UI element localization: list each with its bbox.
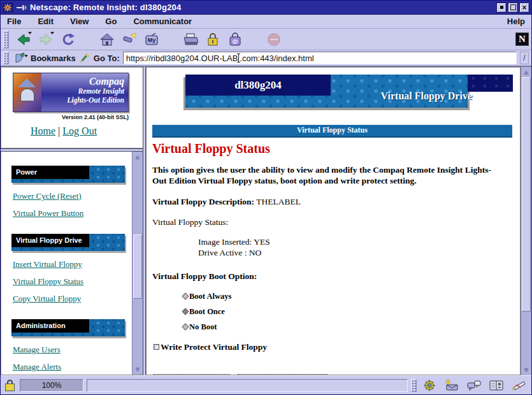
sidebar-link-virtual-floppy-status[interactable]: Virtual Floppy Status bbox=[13, 276, 129, 287]
radio-label-no-boot: No Boot bbox=[189, 322, 217, 332]
svg-text:My: My bbox=[147, 37, 155, 43]
main-frame: dl380g204 Virtual Floppy Drive Virtual F… bbox=[146, 67, 531, 375]
location-resize-handle[interactable]: / bbox=[520, 52, 529, 64]
sidebar-nav-frame: Power Power Cycle (Reset) Virtual Power … bbox=[1, 152, 143, 375]
security-button[interactable] bbox=[202, 31, 223, 48]
description-value: THELABEL bbox=[256, 197, 301, 206]
forward-dropdown-icon bbox=[50, 32, 54, 34]
netscape-logo[interactable]: N bbox=[515, 32, 529, 46]
navigator-component-button[interactable] bbox=[420, 378, 439, 392]
progress-indicator: 100% bbox=[20, 379, 83, 392]
reload-button[interactable] bbox=[57, 31, 78, 48]
url-input[interactable]: https://ribdl380g204.OUR-LAB .com:443/in… bbox=[123, 52, 517, 64]
window-title: Netscape: Remote Insight: dl380g204 bbox=[30, 3, 493, 12]
bookmarks-label[interactable]: Bookmarks bbox=[31, 54, 76, 63]
menu-help[interactable]: Help bbox=[507, 17, 525, 26]
window-titlebar[interactable]: Netscape: Remote Insight: dl380g204 × bbox=[1, 1, 531, 15]
server-name: dl380g204 bbox=[185, 75, 331, 96]
address-book-icon bbox=[489, 379, 504, 392]
back-button[interactable] bbox=[13, 31, 34, 48]
goto-label: Go To: bbox=[94, 54, 120, 63]
scroll-up-icon[interactable]: ▲ bbox=[521, 68, 531, 77]
window-pin-icon[interactable] bbox=[17, 4, 27, 11]
home-link[interactable]: Home bbox=[31, 126, 55, 136]
inbox-icon bbox=[444, 379, 459, 392]
scroll-up-icon[interactable]: ▲ bbox=[133, 152, 143, 162]
menu-bar: File Edit View Go Communicator Help bbox=[1, 15, 531, 29]
compaq-logo-art-icon bbox=[13, 73, 41, 111]
write-protect-label: Write Protect Virtual Floppy bbox=[161, 342, 267, 352]
scroll-down-icon[interactable]: ▼ bbox=[133, 364, 143, 374]
sidebar-link-copy-virtual-floppy[interactable]: Copy Virtual Floppy bbox=[13, 294, 129, 304]
browser-content: Compaq Remote Insight Lights-Out Edition… bbox=[1, 67, 531, 375]
sidebar-link-virtual-power-button[interactable]: Virtual Power Button bbox=[13, 208, 129, 219]
search-flashlight-icon bbox=[122, 32, 137, 47]
radio-boot-once[interactable] bbox=[182, 308, 189, 315]
url-text-before-caret: https://ribdl380g204.OUR-LAB bbox=[126, 54, 238, 63]
page-heading: Virtual Floppy Status bbox=[152, 141, 505, 156]
location-bar-grip[interactable] bbox=[3, 52, 9, 64]
minimize-icon bbox=[500, 6, 503, 9]
menu-communicator[interactable]: Communicator bbox=[133, 17, 192, 26]
my-netscape-button[interactable]: My bbox=[141, 31, 162, 48]
location-quill-icon[interactable] bbox=[79, 52, 90, 64]
banner-corner bbox=[468, 75, 513, 92]
close-button[interactable]: × bbox=[519, 3, 529, 13]
toolbar-grip[interactable] bbox=[3, 31, 9, 48]
home-button[interactable] bbox=[96, 31, 117, 48]
search-button[interactable] bbox=[119, 31, 140, 48]
back-arrow-icon bbox=[16, 32, 31, 47]
maximize-icon bbox=[510, 4, 516, 10]
menu-view[interactable]: View bbox=[70, 17, 89, 26]
discussions-icon bbox=[466, 379, 482, 392]
status-label: Virtual Floppy Status: bbox=[152, 217, 505, 227]
minimize-button[interactable] bbox=[496, 3, 507, 13]
composer-icon bbox=[511, 379, 526, 392]
text-caret bbox=[238, 54, 239, 62]
section-title: Virtual Floppy Drive bbox=[11, 234, 89, 247]
radio-boot-always[interactable] bbox=[182, 293, 189, 300]
sidebar-link-insert-virtual-floppy[interactable]: Insert Virtual Floppy bbox=[13, 259, 129, 269]
svg-text:@: @ bbox=[232, 38, 238, 45]
sidebar-scrollbar-thumb[interactable] bbox=[133, 234, 142, 299]
sidebar-logo-frame: Compaq Remote Insight Lights-Out Edition… bbox=[1, 67, 143, 148]
menu-go[interactable]: Go bbox=[105, 17, 117, 26]
intro-paragraph: This option gives the user the ability t… bbox=[152, 165, 505, 187]
bookmarks-icon[interactable] bbox=[15, 52, 27, 64]
sidebar-link-power-cycle[interactable]: Power Cycle (Reset) bbox=[13, 191, 129, 201]
url-text-after-caret: .com:443/index.html bbox=[240, 54, 313, 63]
component-bar-grip[interactable] bbox=[411, 379, 417, 392]
maximize-button[interactable] bbox=[508, 3, 518, 13]
compaq-logo: Compaq Remote Insight Lights-Out Edition bbox=[13, 73, 129, 112]
logout-link[interactable]: Log Out bbox=[62, 126, 97, 136]
forward-button[interactable] bbox=[35, 31, 56, 48]
section-title: Power bbox=[11, 166, 89, 179]
navigation-toolbar: My @ N bbox=[1, 29, 531, 50]
composer-component-button[interactable] bbox=[509, 378, 528, 392]
scroll-down-icon[interactable]: ▼ bbox=[521, 365, 531, 375]
sidebar-link-manage-alerts[interactable]: Manage Alerts bbox=[13, 362, 129, 372]
netscape-window: Netscape: Remote Insight: dl380g204 × Fi… bbox=[0, 0, 532, 395]
security-lock-icon bbox=[206, 32, 220, 47]
navigator-wheel-icon bbox=[422, 379, 436, 392]
sidebar-scrollbar[interactable]: ▲ ▼ bbox=[132, 152, 143, 375]
main-scrollbar[interactable]: ▲ ▼ bbox=[521, 67, 531, 375]
radio-label-boot-once: Boot Once bbox=[189, 307, 225, 317]
menu-edit[interactable]: Edit bbox=[38, 17, 54, 26]
menu-file[interactable]: File bbox=[7, 17, 21, 26]
home-icon bbox=[99, 32, 115, 47]
write-protect-checkbox[interactable] bbox=[154, 344, 159, 350]
main-scrollbar-thumb[interactable] bbox=[522, 77, 531, 312]
shop-button[interactable]: @ bbox=[224, 31, 245, 48]
discussions-component-button[interactable] bbox=[464, 378, 484, 392]
print-button[interactable] bbox=[180, 31, 201, 48]
radio-no-boot[interactable] bbox=[182, 324, 189, 331]
description-label: Virtual Floppy Description: bbox=[152, 197, 254, 206]
inbox-component-button[interactable] bbox=[442, 378, 461, 392]
stop-button[interactable] bbox=[263, 31, 284, 48]
eject-button-ring: Eject Virtual Floppy bbox=[238, 374, 328, 375]
version-label: Version 2.41 (40-bit SSL) bbox=[13, 114, 129, 120]
sidebar-link-manage-users[interactable]: Manage Users bbox=[13, 345, 129, 355]
security-padlock-icon[interactable] bbox=[4, 378, 17, 392]
address-book-component-button[interactable] bbox=[487, 378, 506, 392]
